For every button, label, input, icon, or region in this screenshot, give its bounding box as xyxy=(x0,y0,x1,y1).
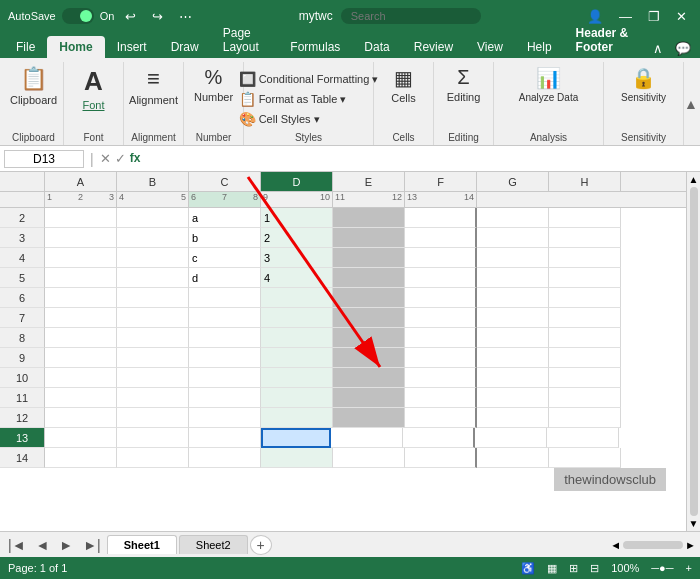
cell-C10[interactable] xyxy=(189,368,261,388)
row-header-5[interactable]: 5 xyxy=(0,268,45,288)
scroll-down-button[interactable]: ▼ xyxy=(689,518,699,529)
cell-D2[interactable]: 1 xyxy=(261,208,333,228)
cell-A2[interactable] xyxy=(45,208,117,228)
cell-F2[interactable] xyxy=(405,208,477,228)
zoom-in-button[interactable]: + xyxy=(686,562,692,574)
formula-input[interactable] xyxy=(144,151,696,167)
row-header-6[interactable]: 6 xyxy=(0,288,45,308)
cell-G12[interactable] xyxy=(477,408,549,428)
cell-B5[interactable] xyxy=(117,268,189,288)
cell-B3[interactable] xyxy=(117,228,189,248)
cell-C8[interactable] xyxy=(189,328,261,348)
cell-F4[interactable] xyxy=(405,248,477,268)
cell-H10[interactable] xyxy=(549,368,621,388)
tab-formulas[interactable]: Formulas xyxy=(278,36,352,58)
cell-E12[interactable] xyxy=(333,408,405,428)
font-button[interactable]: A Font xyxy=(74,64,114,122)
quick-access-more-button[interactable]: ⋯ xyxy=(174,7,197,26)
cell-A4[interactable] xyxy=(45,248,117,268)
formula-cancel-icon[interactable]: ✕ xyxy=(100,151,111,166)
cell-C12[interactable] xyxy=(189,408,261,428)
name-box[interactable] xyxy=(4,150,84,168)
cell-H5[interactable] xyxy=(549,268,621,288)
h-scroll-thumb[interactable] xyxy=(623,541,683,549)
cell-F9[interactable] xyxy=(405,348,477,368)
cell-C14[interactable] xyxy=(189,448,261,468)
cell-B8[interactable] xyxy=(117,328,189,348)
number-button[interactable]: % Number xyxy=(188,64,239,122)
close-button[interactable]: ✕ xyxy=(671,7,692,26)
cell-B12[interactable] xyxy=(117,408,189,428)
tab-file[interactable]: File xyxy=(4,36,47,58)
row-header-3[interactable]: 3 xyxy=(0,228,45,248)
scroll-right-button[interactable]: ► xyxy=(685,539,696,551)
tab-home[interactable]: Home xyxy=(47,36,104,58)
cell-A8[interactable] xyxy=(45,328,117,348)
sheet-tab-1[interactable]: Sheet1 xyxy=(107,535,177,554)
cell-A9[interactable] xyxy=(45,348,117,368)
cell-C9[interactable] xyxy=(189,348,261,368)
col-header-C[interactable]: C xyxy=(189,172,261,191)
cell-A6[interactable] xyxy=(45,288,117,308)
sheet-nav-last[interactable]: ►| xyxy=(79,535,105,555)
cell-A12[interactable] xyxy=(45,408,117,428)
cells-button[interactable]: ▦ Cells xyxy=(384,64,424,122)
alignment-button[interactable]: ≡ Alignment xyxy=(123,64,184,122)
cell-C4[interactable]: c xyxy=(189,248,261,268)
cell-G7[interactable] xyxy=(477,308,549,328)
editing-button[interactable]: Σ Editing xyxy=(441,64,487,122)
sheet-nav-prev[interactable]: ◄ xyxy=(32,535,54,555)
clipboard-button[interactable]: 📋 Clipboard xyxy=(4,64,63,122)
cell-styles-button[interactable]: 🎨 Cell Styles ▾ xyxy=(235,110,324,128)
cell-C6[interactable] xyxy=(189,288,261,308)
cell-E10[interactable] xyxy=(333,368,405,388)
row-header-10[interactable]: 10 xyxy=(0,368,45,388)
cell-G6[interactable] xyxy=(477,288,549,308)
sheet-nav-next[interactable]: ► xyxy=(55,535,77,555)
cell-D8[interactable] xyxy=(261,328,333,348)
cell-H14[interactable] xyxy=(549,448,621,468)
row-header-8[interactable]: 8 xyxy=(0,328,45,348)
sheet-nav-first[interactable]: |◄ xyxy=(4,535,30,555)
cell-H12[interactable] xyxy=(549,408,621,428)
cell-A14[interactable] xyxy=(45,448,117,468)
cell-D5[interactable]: 4 xyxy=(261,268,333,288)
cell-F3[interactable] xyxy=(405,228,477,248)
row-header-2[interactable]: 2 xyxy=(0,208,45,228)
cell-F10[interactable] xyxy=(405,368,477,388)
cell-H7[interactable] xyxy=(549,308,621,328)
cell-D14[interactable] xyxy=(261,448,333,468)
tab-data[interactable]: Data xyxy=(352,36,401,58)
cell-D3[interactable]: 2 xyxy=(261,228,333,248)
cell-B13[interactable] xyxy=(117,428,189,448)
row-header-7[interactable]: 7 xyxy=(0,308,45,328)
cell-D12[interactable] xyxy=(261,408,333,428)
cell-A7[interactable] xyxy=(45,308,117,328)
cell-F13[interactable] xyxy=(403,428,475,448)
cell-D9[interactable] xyxy=(261,348,333,368)
col-header-A[interactable]: A xyxy=(45,172,117,191)
cell-G5[interactable] xyxy=(477,268,549,288)
col-header-E[interactable]: E xyxy=(333,172,405,191)
cell-H13[interactable] xyxy=(547,428,619,448)
cell-D11[interactable] xyxy=(261,388,333,408)
autosave-toggle[interactable] xyxy=(62,8,94,24)
cell-G3[interactable] xyxy=(477,228,549,248)
cell-E9[interactable] xyxy=(333,348,405,368)
cell-E14[interactable] xyxy=(333,448,405,468)
cell-G8[interactable] xyxy=(477,328,549,348)
cell-C11[interactable] xyxy=(189,388,261,408)
redo-button[interactable]: ↪ xyxy=(147,7,168,26)
cell-C13[interactable] xyxy=(189,428,261,448)
analyze-data-button[interactable]: 📊 Analyze Data xyxy=(513,64,584,122)
cell-F7[interactable] xyxy=(405,308,477,328)
cell-E5[interactable] xyxy=(333,268,405,288)
cell-C7[interactable] xyxy=(189,308,261,328)
tab-review[interactable]: Review xyxy=(402,36,465,58)
cell-A5[interactable] xyxy=(45,268,117,288)
sheet-tab-2[interactable]: Sheet2 xyxy=(179,535,248,554)
conditional-formatting-button[interactable]: 🔲 Conditional Formatting ▾ xyxy=(235,70,383,88)
view-normal-icon[interactable]: ▦ xyxy=(547,562,557,575)
row-header-4[interactable]: 4 xyxy=(0,248,45,268)
tab-view[interactable]: View xyxy=(465,36,515,58)
